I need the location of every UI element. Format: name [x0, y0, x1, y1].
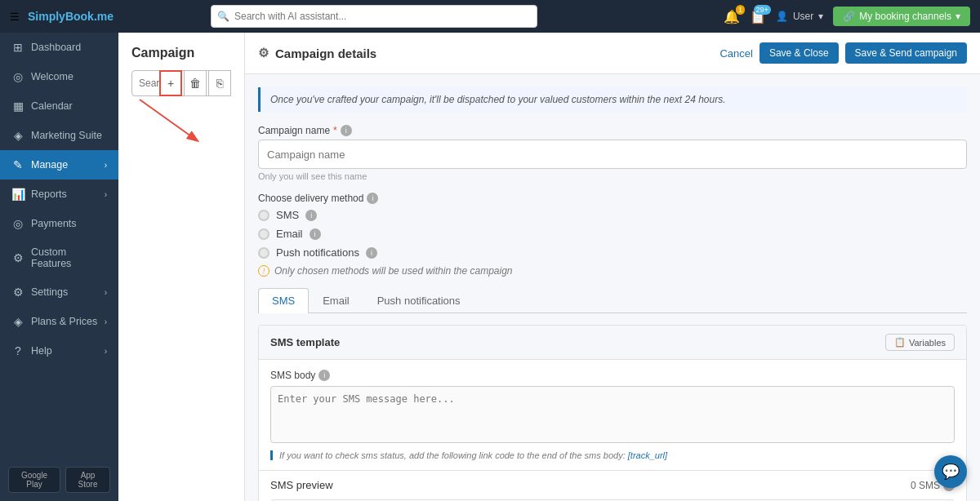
tab-sms[interactable]: SMS	[258, 288, 309, 313]
sidebar-label-payments: Payments	[31, 218, 107, 229]
app-store-badge[interactable]: App Store	[65, 467, 110, 493]
sms-body-info-icon[interactable]: i	[318, 370, 330, 381]
google-play-badge[interactable]: Google Play	[8, 467, 60, 493]
email-radio[interactable]	[258, 228, 270, 240]
template-title: SMS template	[270, 336, 340, 348]
sidebar-item-plans[interactable]: ◈ Plans & Prices ›	[0, 307, 118, 336]
email-info-icon[interactable]: i	[310, 228, 321, 240]
sidebar-footer: Google Play App Store	[0, 459, 118, 501]
details-body: Once you've crafted your campaign, it'll…	[245, 74, 980, 501]
sidebar-label-welcome: Welcome	[31, 71, 107, 82]
dashboard-icon: ⊞	[11, 41, 24, 54]
cancel-button[interactable]: Cancel	[719, 42, 752, 64]
sidebar-item-custom[interactable]: ⚙ Custom Features	[0, 238, 118, 277]
campaign-title: Campaign	[131, 46, 231, 60]
info-bar: Once you've crafted your campaign, it'll…	[258, 87, 967, 112]
manage-icon: ✎	[11, 158, 24, 171]
delivery-method-label: Choose delivery method i	[258, 193, 967, 204]
campaign-name-hint: Only you will see this name	[258, 171, 967, 181]
sidebar-item-marketing[interactable]: ◈ Marketing Suite	[0, 121, 118, 150]
required-marker: *	[333, 125, 337, 136]
delivery-note: ! Only chosen methods will be used withi…	[258, 265, 967, 277]
calendar-icon[interactable]: 📋 29+	[750, 9, 766, 24]
marketing-icon: ◈	[11, 129, 24, 142]
my-booking-channels-button[interactable]: 🔗 My booking channels ▾	[833, 7, 970, 26]
payments-icon: ◎	[11, 217, 24, 230]
sms-body-label: SMS body i	[270, 370, 955, 381]
tab-email[interactable]: Email	[309, 288, 363, 313]
help-chevron-icon: ›	[105, 347, 107, 356]
campaign-name-input[interactable]	[258, 140, 967, 169]
calendar-nav-icon: ▦	[11, 100, 24, 113]
campaign-actions: + 🗑 ⎘	[159, 70, 231, 96]
sms-preview-row: SMS preview 0 SMS i	[259, 470, 966, 499]
sms-info-icon[interactable]: i	[305, 210, 317, 221]
plans-icon: ◈	[11, 315, 24, 328]
reports-icon: 📊	[11, 188, 24, 201]
user-area[interactable]: 👤 User ▾	[776, 11, 823, 22]
copy-campaign-button[interactable]: ⎘	[208, 70, 231, 96]
left-panel: Campaign + 🗑 ⎘	[118, 33, 245, 501]
campaign-search-wrapper: + 🗑 ⎘	[131, 70, 231, 96]
sidebar-label-custom: Custom Features	[31, 246, 107, 269]
notification-icon[interactable]: 🔔 1	[724, 9, 740, 24]
dropdown-chevron-icon: ▾	[956, 11, 960, 22]
logo-text: SimplyBook.me	[28, 10, 114, 23]
add-campaign-button[interactable]: +	[159, 70, 182, 96]
track-url-code: [track_url]	[628, 450, 667, 460]
manage-chevron-icon: ›	[105, 161, 107, 170]
sms-hint: If you want to check sms status, add the…	[270, 450, 955, 460]
sms-radio[interactable]	[258, 210, 270, 221]
help-icon: ?	[11, 344, 24, 357]
user-chevron-icon: ▾	[818, 11, 823, 22]
sidebar-label-calendar: Calendar	[31, 100, 107, 112]
save-close-button[interactable]: Save & Close	[760, 42, 839, 64]
hamburger-icon[interactable]: ☰	[10, 11, 20, 23]
campaign-name-group: Campaign name * i Only you will see this…	[258, 125, 967, 181]
delivery-method-section: Choose delivery method i SMS i Email i	[258, 193, 967, 277]
sidebar-item-reports[interactable]: 📊 Reports ›	[0, 180, 118, 209]
content-area: Campaign + 🗑 ⎘	[118, 33, 980, 501]
push-label: Push notifications	[276, 246, 359, 259]
google-play-text: Google Play	[14, 471, 55, 489]
variables-button[interactable]: 📋 Variables	[885, 334, 955, 351]
sidebar-item-dashboard[interactable]: ⊞ Dashboard	[0, 33, 118, 62]
search-input[interactable]	[211, 5, 537, 28]
campaign-name-info-icon[interactable]: i	[341, 125, 352, 136]
sms-body-textarea[interactable]	[270, 386, 955, 443]
method-tabs: SMS Email Push notifications	[258, 288, 967, 313]
sms-tab-label: SMS	[272, 295, 295, 307]
sidebar-label-settings: Settings	[31, 286, 98, 298]
push-radio[interactable]	[258, 247, 270, 259]
chat-bubble-button[interactable]: 💬	[934, 455, 967, 488]
main-layout: ⊞ Dashboard ◎ Welcome ▦ Calendar ◈ Marke…	[0, 33, 980, 501]
save-send-button[interactable]: Save & Send campaign	[845, 42, 967, 64]
custom-icon: ⚙	[11, 251, 24, 264]
sidebar-item-help[interactable]: ? Help ›	[0, 336, 118, 366]
template-header: SMS template 📋 Variables	[259, 326, 966, 360]
sidebar-label-marketing: Marketing Suite	[31, 130, 107, 141]
chat-icon: 💬	[942, 463, 960, 481]
sidebar-item-welcome[interactable]: ◎ Welcome	[0, 62, 118, 91]
delivery-sms[interactable]: SMS i	[258, 209, 967, 221]
logo: SimplyBook.me	[28, 10, 114, 23]
user-icon: 👤	[776, 11, 788, 22]
sidebar-item-payments[interactable]: ◎ Payments	[0, 209, 118, 238]
delivery-options: SMS i Email i Push notifications i	[258, 209, 967, 259]
sidebar-item-settings[interactable]: ⚙ Settings ›	[0, 277, 118, 307]
sidebar-label-dashboard: Dashboard	[31, 42, 107, 53]
settings-chevron-icon: ›	[105, 288, 107, 297]
delivery-email[interactable]: Email i	[258, 228, 967, 240]
topnav-right: 🔔 1 📋 29+ 👤 User ▾ 🔗 My booking channels…	[724, 7, 970, 26]
delivery-push[interactable]: Push notifications i	[258, 246, 967, 259]
delivery-info-icon[interactable]: i	[367, 193, 378, 204]
push-info-icon[interactable]: i	[366, 247, 377, 259]
sidebar-label-manage: Manage	[31, 159, 98, 171]
delete-campaign-button[interactable]: 🗑	[184, 70, 207, 96]
sidebar-item-calendar[interactable]: ▦ Calendar	[0, 91, 118, 121]
sidebar-label-plans: Plans & Prices	[31, 316, 98, 327]
topnav: ☰ SimplyBook.me 🔍 🔔 1 📋 29+ 👤 User ▾ 🔗 M…	[0, 0, 980, 33]
variables-icon: 📋	[894, 337, 906, 348]
sidebar-item-manage[interactable]: ✎ Manage ›	[0, 150, 118, 180]
tab-push[interactable]: Push notifications	[363, 288, 474, 313]
